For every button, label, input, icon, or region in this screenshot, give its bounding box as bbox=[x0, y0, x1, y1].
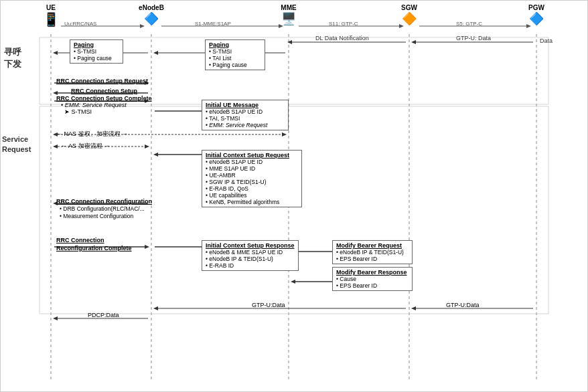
initial-ctx-resp-label: Initial Context Setup Response bbox=[206, 242, 295, 249]
mme-icon: 🖥️ bbox=[275, 11, 302, 26]
rrc-setup-label: RRC Connection Setup bbox=[71, 88, 137, 94]
svg-marker-14 bbox=[287, 40, 292, 44]
rrc-reconfig-complete-label: RRC ConnectionReconfiguration Complete bbox=[56, 237, 132, 252]
initial-ue-box: Initial UE Message • eNodeB S1AP UE ID •… bbox=[202, 100, 289, 130]
initial-ctx-req-box: Initial Context Setup Request • eNodeB S… bbox=[202, 150, 302, 207]
node-mme-label: MME bbox=[275, 4, 302, 11]
side-label-service: ServiceRequest bbox=[2, 134, 31, 155]
drb-config-label: • DRB Configuration(RLC/MAC/... bbox=[60, 205, 145, 212]
svg-marker-38 bbox=[53, 144, 58, 149]
paging-mme-bullet3: • Paging cause bbox=[209, 62, 261, 68]
initial-ue-b3: • EMM: Service Request bbox=[206, 122, 285, 128]
mbresp-b1: • Cause bbox=[336, 276, 409, 282]
ctx-resp-b3: • E-RAB ID bbox=[206, 262, 295, 269]
node-pgw: PGW 🔷 bbox=[523, 4, 550, 26]
node-enodeb-label: eNodeB bbox=[135, 4, 168, 11]
modify-bearer-req-label: Modify Bearer Request bbox=[336, 242, 409, 249]
ctx-resp-b1: • eNodeB & MME S1AP UE ID bbox=[206, 249, 295, 256]
interface-s5: S5: GTP-C bbox=[456, 21, 482, 27]
svg-marker-17 bbox=[411, 40, 416, 44]
pgw-icon: 🔷 bbox=[523, 11, 550, 26]
enodeb-icon: 🔷 bbox=[135, 11, 168, 26]
paging-mme-box: Paging • S-TMSI • TAI List • Paging caus… bbox=[205, 39, 265, 70]
initial-ctx-resp-box: Initial Context Setup Response • eNodeB … bbox=[202, 240, 299, 271]
sgw-icon: 🔶 bbox=[396, 11, 423, 26]
pdcp-data-label: PDCP:Data bbox=[88, 312, 119, 318]
rrc-setup-req-label: RRC Connection Setup Request bbox=[56, 78, 148, 84]
ctx-req-b2: • MME S1AP UE ID bbox=[206, 165, 298, 172]
ctx-req-b1: • eNodeB S1AP UE ID bbox=[206, 159, 298, 165]
initial-ctx-req-label: Initial Context Setup Request bbox=[206, 152, 298, 159]
initial-ue-label: Initial UE Message bbox=[206, 102, 285, 108]
interface-uu: Uu:RRC/NAS bbox=[64, 21, 96, 27]
svg-marker-55 bbox=[411, 306, 416, 310]
side-label-paging: 寻呼下发 bbox=[4, 46, 21, 70]
gtp-data-pgw-label: GTP-U:Data bbox=[446, 302, 480, 308]
mbr-b2: • EPS Bearer ID bbox=[336, 256, 409, 262]
modify-bearer-req-box: Modify Bearer Request • eNodeB IP & TEID… bbox=[332, 240, 413, 264]
ctx-req-b7: • KeNB, Permitted algorithms bbox=[206, 199, 298, 205]
diagram-container: DL Data Notification GTP-U: Data Data bbox=[0, 0, 588, 392]
meas-config-label: • Measurement Configuration bbox=[60, 213, 133, 219]
svg-marker-51 bbox=[291, 280, 295, 284]
svg-text:GTP-U: Data: GTP-U: Data bbox=[456, 35, 491, 41]
node-ue: UE 📱 bbox=[38, 4, 64, 27]
ctx-req-b5: • E-RAB ID, QoS bbox=[206, 185, 298, 192]
initial-ue-b1: • eNodeB S1AP UE ID bbox=[206, 108, 285, 115]
svg-marker-45 bbox=[145, 245, 149, 249]
initial-ue-b2: • TAI, S-TMSI bbox=[206, 115, 285, 122]
node-sgw-label: SGW bbox=[396, 4, 423, 11]
ctx-resp-b2: • eNodeB IP & TEID(S1-U) bbox=[206, 256, 295, 262]
svg-text:Data: Data bbox=[540, 37, 553, 44]
paging-mme-bullet2: • TAI List bbox=[209, 55, 261, 62]
modify-bearer-resp-label: Modify Bearer Response bbox=[336, 269, 409, 276]
emm-service-label: • EMM: Service Request bbox=[61, 102, 127, 108]
paging-ue-bullet2: • Paging cause bbox=[74, 55, 119, 62]
node-mme: MME 🖥️ bbox=[275, 4, 302, 26]
svg-marker-36 bbox=[282, 132, 287, 136]
svg-marker-57 bbox=[53, 316, 58, 320]
svg-marker-24 bbox=[153, 51, 158, 55]
node-pgw-label: PGW bbox=[523, 4, 550, 11]
node-ue-label: UE bbox=[38, 4, 64, 11]
nas-auth-label: ← NAS 鉴权、加密流程 → bbox=[56, 130, 128, 138]
interface-s11: S11: GTP-C bbox=[329, 21, 358, 27]
gtp-data-sgw-label: GTP-U:Data bbox=[252, 302, 285, 308]
mbr-b1: • eNodeB IP & TEID(S1-U) bbox=[336, 249, 409, 256]
node-enodeb: eNodeB 🔷 bbox=[135, 4, 168, 26]
paging-mme-label: Paging bbox=[209, 41, 261, 48]
paging-ue-label: Paging bbox=[74, 41, 119, 48]
modify-bearer-resp-box: Modify Bearer Response • Cause • EPS Bea… bbox=[332, 267, 413, 291]
paging-ue-bullet1: • S-TMSI bbox=[74, 48, 119, 55]
rrc-setup-complete-label: RRC Connection Setup Complete bbox=[56, 95, 152, 102]
rrc-reconfig-label: RRC Connection Reconfiguration bbox=[56, 198, 152, 205]
ctx-req-b3: • UE-AMBR bbox=[206, 172, 298, 179]
paging-mme-bullet1: • S-TMSI bbox=[209, 48, 261, 55]
svg-text:DL Data Notification: DL Data Notification bbox=[315, 35, 369, 41]
svg-marker-53 bbox=[153, 306, 158, 310]
svg-marker-22 bbox=[53, 51, 58, 55]
node-sgw: SGW 🔶 bbox=[396, 4, 423, 26]
svg-marker-41 bbox=[153, 153, 158, 157]
paging-ue-box: Paging • S-TMSI • Paging cause bbox=[70, 39, 123, 64]
mbresp-b2: • EPS Bearer ID bbox=[336, 282, 409, 289]
as-enc-label: ← AS 加密流程 → bbox=[61, 142, 110, 151]
ctx-req-b6: • UE capabilities bbox=[206, 192, 298, 199]
stmsi-label: ➤ S-TMSI bbox=[64, 108, 92, 115]
phone-icon: 📱 bbox=[38, 11, 64, 27]
svg-marker-39 bbox=[145, 144, 149, 149]
interface-s1mme: S1-MME:S1AP bbox=[195, 21, 231, 27]
ctx-req-b4: • SGW IP & TEID(S1-U) bbox=[206, 179, 298, 185]
